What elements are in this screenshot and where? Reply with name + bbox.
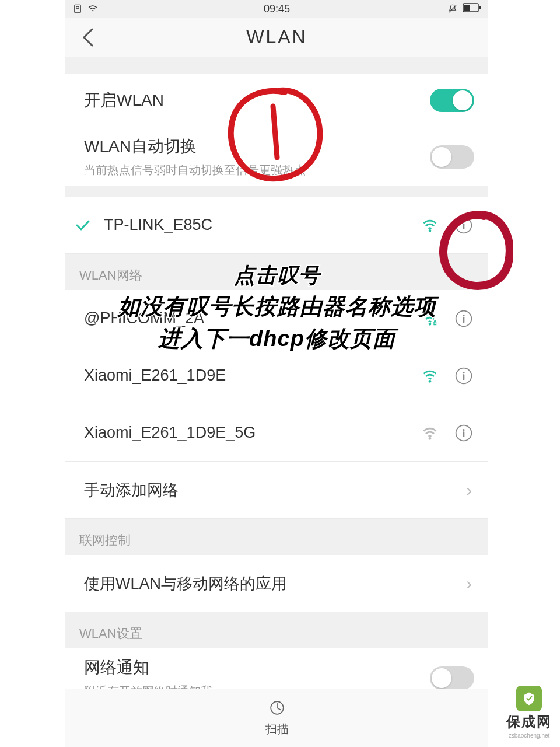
svg-rect-9 xyxy=(463,224,465,229)
row-auto-switch[interactable]: WLAN自动切换 当前热点信号弱时自动切换至信号更强热点 xyxy=(65,127,488,186)
check-icon xyxy=(71,217,94,234)
wifi-status-icon xyxy=(88,4,98,14)
section-networks: WLAN网络 xyxy=(65,254,488,290)
network-name: Xiaomi_E261_1D9E xyxy=(84,366,411,385)
auto-switch-toggle[interactable] xyxy=(430,145,474,169)
scan-label: 扫描 xyxy=(265,721,289,737)
connected-network-name: TP-LINK_E85C xyxy=(104,216,411,234)
svg-rect-1 xyxy=(76,6,79,8)
svg-rect-4 xyxy=(464,5,470,11)
network-row[interactable]: Xiaomi_E261_1D9E xyxy=(65,347,488,404)
network-row[interactable]: @PHICOMM_2A xyxy=(65,290,488,347)
chevron-right-icon: › xyxy=(466,574,474,594)
battery-icon xyxy=(463,3,481,15)
watermark-logo-icon xyxy=(516,686,542,711)
chevron-right-icon: › xyxy=(466,480,474,500)
status-bar: 09:45 xyxy=(65,0,488,18)
svg-point-20 xyxy=(463,429,464,431)
wifi-icon xyxy=(421,309,439,328)
network-name: @PHICOMM_2A xyxy=(84,309,411,327)
wifi-icon xyxy=(421,216,439,235)
auto-switch-label: WLAN自动切换 xyxy=(84,135,430,158)
svg-point-10 xyxy=(429,323,430,324)
watermark: 保成网 zsbaocheng.net xyxy=(506,686,552,739)
info-button[interactable] xyxy=(453,308,474,329)
bottom-bar[interactable]: 扫描 xyxy=(65,689,488,747)
back-button[interactable] xyxy=(77,26,100,49)
svg-point-12 xyxy=(463,315,464,316)
svg-point-16 xyxy=(463,372,464,374)
info-button[interactable] xyxy=(453,365,474,386)
auto-switch-sub: 当前热点信号弱时自动切换至信号更强热点 xyxy=(84,162,430,178)
wifi-icon xyxy=(421,366,439,385)
wlan-toggle[interactable] xyxy=(430,89,474,112)
svg-rect-21 xyxy=(463,431,465,437)
scan-icon xyxy=(268,699,286,719)
svg-rect-13 xyxy=(463,317,465,323)
clock: 09:45 xyxy=(264,3,290,15)
svg-point-8 xyxy=(463,221,464,223)
section-settings: WLAN设置 xyxy=(65,612,488,648)
info-button[interactable] xyxy=(453,215,474,236)
svg-point-6 xyxy=(429,230,430,231)
network-name: Xiaomi_E261_1D9E_5G xyxy=(84,424,411,442)
notify-label: 网络通知 xyxy=(84,657,430,679)
notify-toggle[interactable] xyxy=(430,666,474,690)
silent-icon xyxy=(447,4,458,14)
section-control: 联网控制 xyxy=(65,519,488,555)
app-control-label: 使用WLAN与移动网络的应用 xyxy=(84,573,457,594)
wifi-icon xyxy=(421,424,439,442)
manual-add-row[interactable]: 手动添加网络 › xyxy=(65,462,488,519)
svg-rect-0 xyxy=(75,5,81,13)
manual-add-label: 手动添加网络 xyxy=(84,480,457,501)
connected-network-row[interactable]: TP-LINK_E85C xyxy=(65,197,488,254)
svg-rect-5 xyxy=(479,6,481,9)
sim-icon xyxy=(72,4,83,14)
network-row[interactable]: Xiaomi_E261_1D9E_5G xyxy=(65,404,488,462)
row-wlan-enable[interactable]: 开启WLAN xyxy=(65,74,488,127)
nav-bar: WLAN xyxy=(65,18,488,57)
svg-point-18 xyxy=(429,438,430,439)
svg-rect-17 xyxy=(463,374,465,380)
app-control-row[interactable]: 使用WLAN与移动网络的应用 › xyxy=(65,555,488,612)
page-title: WLAN xyxy=(246,26,307,48)
info-button[interactable] xyxy=(453,423,474,444)
wlan-enable-label: 开启WLAN xyxy=(84,89,430,111)
svg-point-14 xyxy=(429,381,430,382)
